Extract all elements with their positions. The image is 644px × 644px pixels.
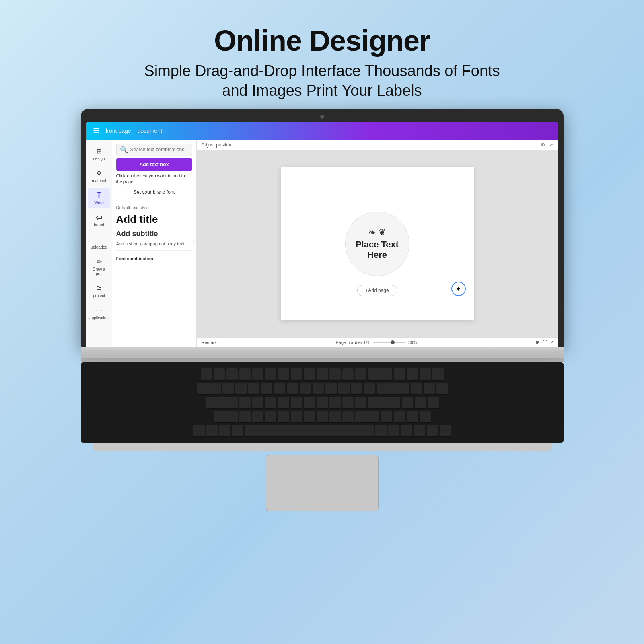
key (317, 368, 328, 381)
keyboard-row-5 (93, 425, 551, 437)
key (252, 368, 263, 381)
key (355, 368, 366, 381)
canvas-toolbar: Adjust position ⧉ ↗ (197, 140, 558, 150)
key (261, 383, 272, 395)
key (394, 411, 405, 423)
zoom-thumb (391, 340, 395, 344)
key (342, 411, 354, 423)
canvas-page: ❧ ❦ Place Text Here +Add page ✦ (281, 167, 474, 320)
magic-button[interactable]: ✦ (451, 282, 466, 296)
key (432, 368, 444, 381)
key (313, 383, 324, 395)
sidebar-label-draw: Draw a pi... (89, 267, 109, 276)
app-icon: ⋯ (95, 306, 103, 315)
key (338, 383, 350, 395)
keyboard-row-4 (93, 411, 551, 423)
laptop-hinge (81, 358, 564, 362)
key (201, 368, 212, 381)
fullscreen-icon[interactable]: ⛶ (543, 340, 547, 345)
zoom-level: 39% (408, 340, 417, 345)
key (351, 383, 362, 395)
laptop: ☰ front page document ⊞ design ❖ m (81, 109, 564, 523)
sidebar-item-word[interactable]: T Word (88, 188, 110, 208)
touchpad[interactable] (266, 455, 379, 511)
key (252, 397, 263, 409)
laptop-camera (320, 115, 324, 119)
hamburger-icon[interactable]: ☰ (93, 126, 99, 135)
laptop-base (81, 347, 564, 358)
key (193, 425, 205, 437)
toolbar-right: ⧉ ↗ (541, 142, 553, 148)
key (375, 425, 387, 437)
key (304, 368, 315, 381)
sidebar-item-application[interactable]: ⋯ application (88, 303, 110, 323)
sidebar-label-material: material (92, 179, 106, 183)
key (197, 383, 221, 395)
key (265, 411, 276, 423)
font-combination-label: Font combination (116, 256, 192, 261)
label-circle[interactable]: ❧ ❦ Place Text Here (345, 212, 409, 276)
tab-frontpage[interactable]: front page (106, 128, 131, 134)
text-panel: 🔍 Add text box Click on the text you wan… (112, 140, 197, 347)
key (278, 397, 289, 409)
key (342, 368, 354, 381)
share-icon[interactable]: ↗ (549, 142, 553, 148)
add-title[interactable]: Add title (116, 212, 192, 226)
grid-icon[interactable]: ⊞ (536, 340, 539, 345)
panel-collapse-arrow[interactable]: ‹ (193, 239, 197, 247)
sidebar-item-project[interactable]: 🗂 project (88, 281, 110, 301)
sidebar-item-design[interactable]: ⊞ design (88, 144, 110, 164)
key (428, 397, 439, 409)
project-icon: 🗂 (95, 284, 103, 293)
material-icon: ❖ (95, 169, 103, 178)
key (232, 425, 243, 437)
key (300, 383, 311, 395)
key (235, 383, 247, 395)
key (214, 411, 238, 423)
sidebar-label-uploaded: uploaded (91, 245, 107, 249)
laptop-screen-outer: ☰ front page document ⊞ design ❖ m (81, 109, 564, 347)
place-text: Place Text Here (356, 239, 399, 261)
key (265, 368, 276, 381)
sidebar-item-brand[interactable]: 🏷 brand (88, 210, 110, 230)
keyboard-row-3 (93, 397, 551, 409)
keyboard-row-2 (93, 383, 551, 395)
keyboard-row-1 (93, 368, 551, 381)
canvas-content: ❧ ❦ Place Text Here +Add page ✦ (197, 150, 558, 337)
add-text-button[interactable]: Add text box (116, 158, 192, 171)
sidebar-item-draw[interactable]: ✏ Draw a pi... (88, 254, 110, 279)
page-info: Page number 1/1 (335, 340, 369, 345)
key (342, 397, 354, 409)
sidebar-item-material[interactable]: ❖ material (88, 166, 110, 186)
app-layout: ⊞ design ❖ material T Word 🏷 (86, 140, 558, 347)
sidebar-item-uploaded[interactable]: ↑ uploaded (88, 232, 110, 253)
zoom-slider[interactable] (373, 342, 405, 343)
search-box[interactable]: 🔍 (116, 144, 192, 156)
sidebar-label-design: design (93, 156, 105, 161)
laptop-screen: ☰ front page document ⊞ design ❖ m (86, 122, 558, 347)
add-page-button[interactable]: +Add page (357, 285, 397, 296)
key (291, 411, 302, 423)
add-subtitle[interactable]: Add subtitle (116, 229, 192, 239)
key (420, 411, 431, 423)
divider (116, 201, 192, 201)
key (304, 411, 315, 423)
key (219, 425, 230, 437)
key (407, 368, 418, 381)
add-body[interactable]: Add a short paragraph of body text (116, 241, 192, 246)
canvas-area: Adjust position ⧉ ↗ ❧ ❦ (197, 140, 558, 347)
key (265, 397, 276, 409)
key (364, 383, 375, 395)
search-input[interactable] (130, 147, 191, 152)
copy-icon[interactable]: ⧉ (541, 142, 545, 148)
word-icon: T (95, 191, 103, 200)
design-icon: ⊞ (95, 147, 103, 156)
key (206, 397, 238, 409)
page-header: Online Designer Simple Drag-and-Drop Int… (81, 0, 564, 109)
key (239, 411, 251, 423)
tab-document[interactable]: document (138, 128, 162, 134)
brand-font-button[interactable]: Set your brand font (116, 188, 192, 197)
remark-label[interactable]: Remark (202, 340, 217, 345)
decoration-icon: ❧ ❦ (368, 227, 385, 238)
help-icon[interactable]: ? (550, 340, 553, 345)
